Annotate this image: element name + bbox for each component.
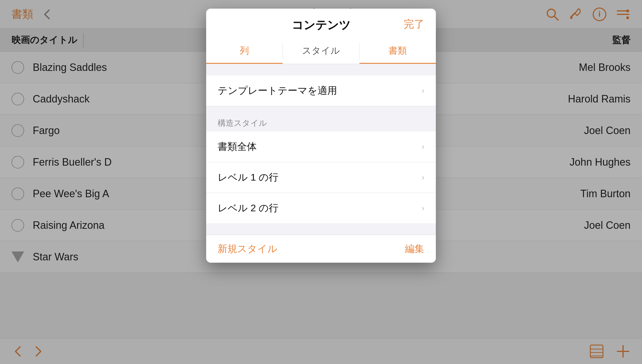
style-item-level2-label: レベル 2 の行: [218, 202, 279, 215]
tab-shurui[interactable]: 書類: [359, 39, 436, 64]
style-level2-chevron-icon: ›: [422, 204, 424, 213]
section-gap-top: [206, 64, 436, 75]
modal-overlay: コンテンツ 完了 列 スタイル 書類 テンプレートテーマを適用 ›: [0, 0, 642, 364]
style-item-all-label: 書類全体: [218, 140, 257, 153]
style-item-level1-label: レベル 1 の行: [218, 171, 279, 184]
modal-title: コンテンツ: [292, 17, 351, 33]
style-items-container: 書類全体 › レベル 1 の行 › レベル 2 の行 ›: [206, 131, 436, 223]
style-item-level2[interactable]: レベル 2 の行 ›: [206, 193, 436, 223]
section-gap-mid: [206, 106, 436, 112]
section-header-style: 構造スタイル: [206, 112, 436, 131]
modal-tabs: 列 スタイル 書類: [206, 39, 436, 64]
contents-modal: コンテンツ 完了 列 スタイル 書類 テンプレートテーマを適用 ›: [206, 9, 436, 263]
style-level1-chevron-icon: ›: [422, 173, 424, 182]
tab-retsu[interactable]: 列: [206, 39, 283, 64]
tab-style[interactable]: スタイル: [283, 39, 359, 64]
template-theme-label: テンプレートテーマを適用: [218, 84, 337, 97]
edit-button[interactable]: 編集: [405, 242, 424, 255]
style-all-chevron-icon: ›: [422, 142, 424, 151]
modal-done-button[interactable]: 完了: [404, 17, 424, 31]
style-item-all[interactable]: 書類全体 ›: [206, 131, 436, 162]
modal-header: コンテンツ 完了: [206, 9, 436, 33]
template-chevron-icon: ›: [422, 86, 424, 95]
new-style-button[interactable]: 新規スタイル: [218, 242, 277, 255]
style-item-level1[interactable]: レベル 1 の行 ›: [206, 162, 436, 193]
template-theme-item[interactable]: テンプレートテーマを適用 ›: [206, 75, 436, 106]
modal-body: テンプレートテーマを適用 › 構造スタイル 書類全体 › レベル 1 の行 › …: [206, 64, 436, 235]
section-gap-bottom: [206, 223, 436, 235]
modal-footer: 新規スタイル 編集: [206, 235, 436, 263]
